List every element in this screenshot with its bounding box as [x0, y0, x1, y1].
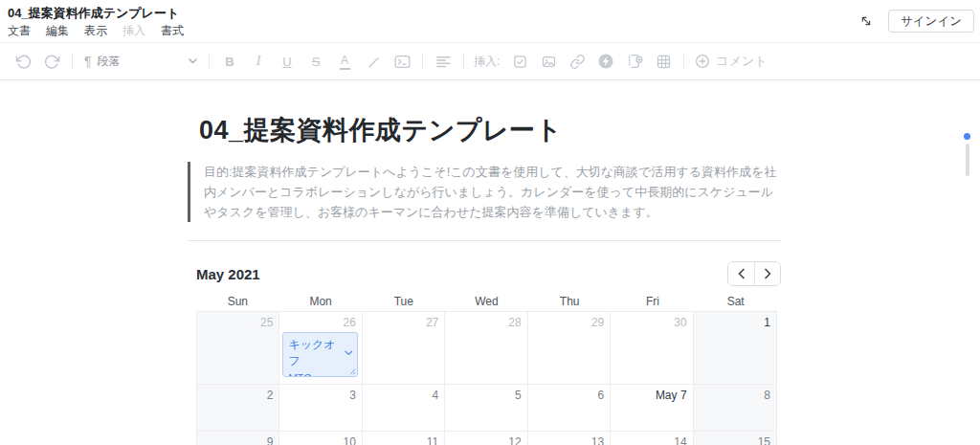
calendar-cell[interactable]: 25	[197, 312, 279, 385]
text-color-button[interactable]: A	[332, 49, 357, 74]
calendar-cell[interactable]: 13	[528, 432, 611, 445]
calendar-cell[interactable]: 15	[694, 432, 776, 445]
menu-item[interactable]: 書式	[161, 23, 184, 39]
code-block-icon[interactable]	[390, 49, 414, 74]
calendar-cell[interactable]: 6	[528, 385, 611, 432]
day-header: Fri	[612, 295, 695, 311]
cell-date-label: 29	[591, 316, 604, 329]
cell-date-label: 13	[591, 435, 604, 445]
calendar-cell[interactable]: 5	[445, 385, 527, 432]
cell-date-label: 26	[343, 316, 355, 329]
calendar-cell[interactable]: 1	[694, 312, 776, 385]
cell-date-label: 3	[349, 389, 356, 402]
insert-label: 挿入:	[474, 54, 500, 70]
cell-date-label: 2	[267, 389, 274, 402]
cell-date-label: 30	[674, 316, 686, 329]
undo-icon[interactable]	[11, 49, 35, 74]
cell-date-label: 8	[764, 389, 770, 402]
chevron-down-icon	[189, 58, 197, 64]
day-header: Sun	[196, 295, 279, 311]
calendar-cell[interactable]: 26キックオフMTG	[279, 312, 362, 385]
insert-action-icon[interactable]	[593, 49, 618, 74]
add-comment-button[interactable]: コメント	[694, 53, 767, 70]
day-header: Thu	[528, 295, 612, 311]
menu-item[interactable]: 文書	[8, 23, 31, 39]
cell-date-label: 10	[343, 435, 355, 445]
toolbar-divider	[422, 53, 423, 70]
redo-icon[interactable]	[39, 49, 64, 74]
cell-date-label: 5	[515, 389, 522, 402]
document-title[interactable]: 04_提案資料作成テンプレート	[199, 111, 781, 149]
calendar-cell[interactable]: 3	[279, 385, 362, 432]
color-bar	[340, 68, 350, 70]
day-header: Sat	[694, 295, 777, 311]
menu-item[interactable]: 編集	[46, 23, 69, 39]
menu-item[interactable]: 表示	[84, 23, 107, 39]
calendar-cell[interactable]: 10	[279, 432, 362, 445]
bold-label: B	[225, 55, 234, 69]
insert-page-icon[interactable]	[622, 49, 647, 74]
insert-link-icon[interactable]	[565, 49, 590, 74]
scrollbar-thumb[interactable]	[966, 144, 969, 176]
calendar-cell[interactable]: 8	[694, 385, 776, 432]
calendar-nav	[727, 261, 781, 286]
expand-icon[interactable]	[858, 12, 875, 30]
cell-date-label: 11	[427, 435, 438, 445]
cell-date-label: 9	[267, 435, 274, 445]
insert-image-icon[interactable]	[536, 49, 561, 74]
calendar-cell[interactable]: 2	[197, 385, 279, 432]
menu-item[interactable]: 挿入	[122, 23, 145, 39]
calendar-cell[interactable]: 30	[611, 312, 693, 385]
bold-button[interactable]: B	[217, 49, 242, 74]
calendar-event[interactable]: キックオフMTG	[282, 332, 358, 377]
italic-label: I	[256, 54, 261, 69]
calendar-cell[interactable]: 14	[611, 432, 693, 445]
chevron-down-icon[interactable]	[345, 350, 353, 356]
calendar-cell[interactable]: 28	[445, 312, 527, 385]
calendar-cell[interactable]: May 7	[611, 385, 693, 432]
calendar-cell[interactable]: 27	[363, 312, 445, 385]
calendar-cell[interactable]: 29	[528, 312, 611, 385]
day-header: Wed	[445, 295, 528, 311]
cell-date-label: May 7	[656, 389, 687, 402]
intro-blockquote[interactable]: 目的:提案資料作成テンプレートへようこそ!この文書を使用して、大切な商談で活用す…	[188, 162, 781, 222]
cell-date-label: 25	[260, 316, 273, 329]
toolbar-divider	[463, 53, 464, 70]
cell-date-label: 27	[426, 316, 438, 329]
underline-button[interactable]: U	[275, 49, 300, 74]
section-divider	[188, 240, 781, 241]
insert-checkbox-icon[interactable]	[507, 49, 532, 74]
cell-date-label: 28	[508, 316, 521, 329]
formatting-toolbar: ¶ 段落 B I U S A 挿入:	[0, 43, 980, 80]
highlight-icon[interactable]	[361, 49, 386, 74]
window-doc-title: 04_提案資料作成テンプレート	[8, 5, 179, 22]
calendar-cell[interactable]: 11	[363, 432, 445, 445]
italic-button[interactable]: I	[246, 49, 271, 74]
cell-date-label: 15	[758, 435, 770, 445]
presence-dot	[964, 133, 970, 140]
comment-plus-icon	[694, 53, 711, 70]
resize-handle-icon[interactable]	[348, 367, 356, 375]
cell-date-label: 4	[433, 389, 439, 402]
day-header: Tue	[362, 295, 445, 311]
sign-in-button[interactable]: サインイン	[888, 10, 974, 33]
underline-label: U	[282, 55, 291, 69]
calendar-cell[interactable]: 4	[363, 385, 445, 432]
calendar-cell[interactable]: 9	[197, 432, 279, 445]
day-header: Mon	[279, 295, 363, 311]
event-title: キックオフ	[288, 337, 344, 369]
strikethrough-button[interactable]: S	[303, 49, 328, 74]
header-bar: 04_提案資料作成テンプレート 文書編集表示挿入書式 サインイン	[0, 0, 980, 43]
next-month-button[interactable]	[754, 262, 780, 285]
calendar-cell[interactable]: 12	[445, 432, 527, 445]
calendar-month-label: May 2021	[196, 266, 727, 282]
text-color-label: A	[341, 54, 348, 67]
prev-month-button[interactable]	[728, 262, 754, 285]
align-icon[interactable]	[431, 49, 456, 74]
strike-label: S	[312, 55, 321, 69]
insert-table-icon[interactable]	[651, 49, 676, 74]
toolbar-divider	[72, 53, 73, 70]
toolbar-divider	[683, 53, 684, 70]
paragraph-style-dropdown[interactable]: ¶ 段落	[80, 49, 201, 74]
cell-date-label: 1	[764, 316, 770, 329]
